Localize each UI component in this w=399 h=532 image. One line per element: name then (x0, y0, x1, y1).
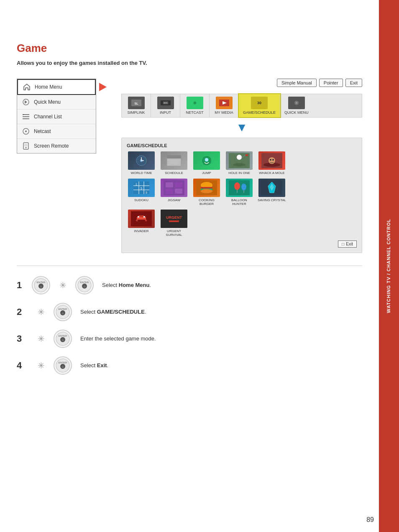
svg-rect-74 (138, 216, 139, 217)
svg-rect-77 (145, 220, 147, 221)
game-panel-exit-button[interactable]: □ Exit (338, 240, 357, 248)
urgent-survival-thumb: URGENT (161, 210, 187, 228)
game-jigsaw[interactable]: JIGSAW (159, 179, 189, 206)
screen-remote-icon (21, 141, 31, 151)
svg-text:SL: SL (134, 102, 138, 105)
hm-netcast-label: NETCAST (186, 110, 203, 115)
game-invader[interactable]: INVADER (127, 210, 156, 237)
step-4-bold: Exit (97, 362, 107, 368)
my-media-icon (216, 97, 233, 109)
step-2-asterisk: ✳ (32, 303, 50, 321)
svg-point-34 (205, 158, 208, 161)
step-4-text: Select Exit. (80, 362, 108, 368)
step-2-row: 2 ✳ ENTER ⌂ Select GAME/SCHEDULE. (17, 303, 362, 321)
menu-item-quick[interactable]: Quick Menu (17, 95, 96, 110)
game-panel-exit-label: Exit (346, 242, 353, 246)
sudoku-label: SUDOKU (134, 198, 148, 202)
right-diagram: Simple Manual Pointer Exit SL SIMPLINK (96, 79, 362, 253)
hm-input[interactable]: INPUT (151, 94, 180, 117)
svg-rect-60 (201, 187, 212, 189)
step-1-bold: Home Menu (119, 282, 150, 288)
page-title: Game (17, 42, 362, 55)
svg-rect-76 (136, 220, 138, 221)
invader-label: INVADER (134, 229, 149, 233)
svg-text:5: 5 (141, 187, 142, 190)
game-panel-exit-container: □ Exit (127, 240, 357, 248)
menu-item-netcast[interactable]: Netcast (17, 124, 96, 139)
netcast-icon-hm (187, 97, 203, 109)
balloon-hunter-thumb (226, 179, 253, 197)
svg-rect-3 (23, 118, 29, 119)
svg-point-9 (26, 147, 27, 148)
invader-thumb (128, 210, 155, 228)
left-menu-panel: Home Menu Quick Menu (17, 79, 96, 153)
game-balloon-hunter[interactable]: BALLOON HUNTER (225, 179, 254, 206)
menu-item-screen-remote[interactable]: Screen Remote (17, 139, 96, 153)
hm-game-schedule-label: GAME/SCHEDULE (243, 110, 276, 115)
svg-point-64 (234, 182, 240, 190)
svg-point-43 (270, 159, 271, 161)
game-hole-in-one[interactable]: HOLE IN ONE (225, 151, 254, 175)
game-schedule[interactable]: SCHEDULE (159, 151, 189, 175)
hole-in-one-label: HOLE IN ONE (228, 171, 250, 175)
svg-rect-39 (246, 154, 248, 156)
diagram-area: Home Menu Quick Menu (17, 79, 362, 253)
game-urgent-survival[interactable]: URGENT URGENT SURVIVAL (159, 210, 189, 237)
simple-manual-button[interactable]: Simple Manual (277, 79, 317, 87)
game-schedule-icon: 30 (251, 97, 268, 109)
step-1-remote-1: ENTER ⌂ (32, 276, 50, 294)
step-3-text: Enter the selected game mode. (80, 335, 156, 342)
page-number: 89 (366, 516, 374, 524)
step-2-remote: ENTER ⌂ (54, 303, 72, 321)
game-sudoku[interactable]: 1 5 3 SUDOKU (127, 179, 156, 206)
step-3-remote: ENTER ⌂ (54, 330, 72, 348)
hm-netcast[interactable]: NETCAST (180, 94, 210, 117)
step-2-remotes: ✳ ENTER ⌂ (32, 303, 72, 321)
game-jump[interactable]: JUMP (192, 151, 221, 175)
svg-point-23 (296, 102, 297, 104)
schedule-thumb (161, 151, 187, 170)
svg-point-37 (237, 155, 242, 160)
netcast-icon (21, 127, 31, 136)
whack-a-mole-label: WHACK A MOLE (259, 171, 284, 175)
hm-quick-menu-label: QUICK MENU (284, 110, 309, 115)
step-4-row: 4 ✳ ENTER ⌂ Select Exit. (17, 356, 362, 375)
svg-text:1: 1 (136, 183, 137, 186)
svg-point-66 (241, 184, 246, 190)
game-world-time[interactable]: WORLD TIME (127, 151, 156, 175)
menu-item-channel[interactable]: Channel List (17, 110, 96, 124)
svg-text:ENTER: ENTER (59, 361, 67, 364)
hm-my-media[interactable]: MY MEDIA (210, 94, 239, 117)
down-arrow-container: ▼ (121, 121, 362, 134)
menu-item-channel-label: Channel List (34, 114, 62, 120)
game-panel: GAME/SCHEDULE WORLD TIME (121, 138, 362, 253)
section-divider (17, 266, 362, 266)
svg-rect-29 (167, 155, 181, 159)
top-buttons-row: Simple Manual Pointer Exit (121, 79, 362, 87)
step-1-asterisk: ✳ (54, 276, 72, 294)
exit-button[interactable]: Exit (345, 79, 362, 87)
hm-simplink[interactable]: SL SIMPLINK (122, 94, 151, 117)
game-whack-a-mole[interactable]: WHACK A MOLE (257, 151, 286, 175)
jump-thumb (193, 151, 220, 170)
game-cooking-burger[interactable]: COOKING BURGER (192, 179, 221, 206)
step-2-text: Select GAME/SCHEDULE. (80, 309, 146, 315)
svg-rect-2 (23, 116, 29, 117)
balloon-hunter-label: BALLOON HUNTER (225, 198, 254, 206)
pointer-button[interactable]: Pointer (319, 79, 343, 87)
hm-quick-menu[interactable]: QUICK MENU (280, 94, 313, 117)
hm-game-schedule[interactable]: 30 GAME/SCHEDULE (239, 94, 280, 117)
step-4-number: 4 (17, 360, 23, 371)
menu-item-home[interactable]: Home Menu (17, 79, 96, 95)
step-3-row: 3 ✳ ENTER ⌂ Enter the selected game mode… (17, 330, 362, 348)
game-saving-crystal[interactable]: SAVING CRYSTAL (257, 179, 286, 206)
saving-crystal-thumb (258, 179, 285, 197)
down-arrow-icon: ▼ (236, 121, 248, 134)
active-arrow (99, 83, 107, 91)
step-2-number: 2 (17, 307, 23, 317)
svg-point-62 (201, 189, 212, 193)
jigsaw-thumb (161, 179, 187, 197)
svg-point-44 (272, 159, 274, 161)
svg-rect-55 (175, 182, 182, 187)
step-4-remote: ENTER ⌂ (54, 356, 72, 375)
